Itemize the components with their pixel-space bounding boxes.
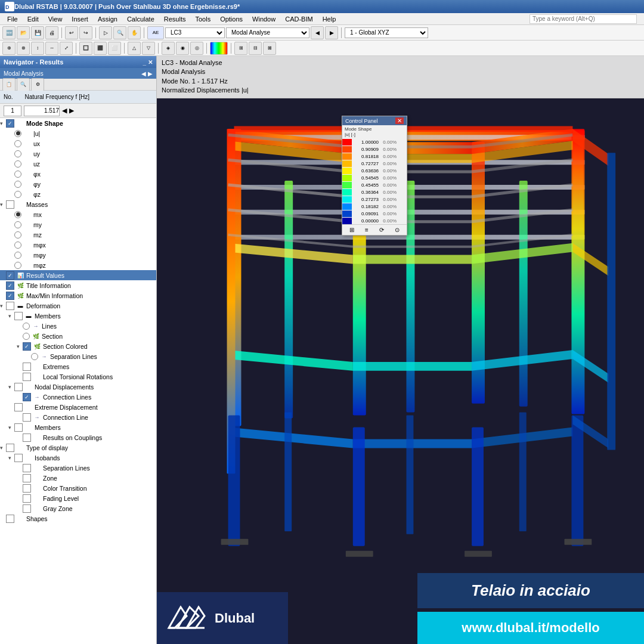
checkbox[interactable]: ✓ [6, 119, 14, 128]
radio-btn[interactable] [14, 140, 21, 147]
checkbox[interactable] [14, 423, 23, 432]
checkbox[interactable] [14, 403, 23, 411]
analysis-select[interactable]: Modal Analyse [226, 27, 309, 38]
checkbox[interactable]: ✓ [6, 292, 14, 300]
checkbox[interactable] [23, 484, 31, 493]
tree-item[interactable]: Zone [0, 473, 156, 483]
cp-btn3[interactable]: ⟳ [379, 227, 384, 233]
tree-item[interactable]: ▾▬Deformation [0, 301, 156, 311]
tree-item[interactable]: ✓📊Result Values [0, 270, 156, 280]
menu-cadbim[interactable]: CAD-BIM [280, 14, 317, 24]
menu-window[interactable]: Window [247, 14, 280, 24]
menu-help[interactable]: Help [318, 14, 341, 24]
expand-icon[interactable]: ▾ [0, 120, 6, 126]
checkbox[interactable]: ✓ [6, 271, 14, 280]
tree-item[interactable]: ux [0, 138, 156, 148]
tree-item[interactable]: uy [0, 148, 156, 159]
freq-val-input[interactable] [24, 106, 60, 116]
tree-item[interactable]: mφx [0, 240, 156, 250]
radio-btn[interactable] [31, 353, 38, 360]
expand-icon[interactable]: ▾ [8, 425, 14, 431]
tree-item[interactable]: mx [0, 209, 156, 219]
checkbox[interactable] [6, 515, 14, 523]
nav-tb-btn2[interactable]: 🔍 [17, 78, 30, 91]
tree-item[interactable]: ▾Nodal Displacements [0, 382, 156, 392]
checkbox[interactable]: ✓ [6, 281, 14, 290]
tree-item[interactable]: →Separation Lines [0, 351, 156, 361]
tree-item[interactable]: uz [0, 159, 156, 169]
t2-btn16[interactable]: ⊠ [263, 42, 276, 55]
t2-btn5[interactable]: ⤢ [60, 42, 73, 55]
menu-view[interactable]: View [44, 14, 67, 24]
tree-item[interactable]: ✓🌿Max/Min Information [0, 290, 156, 301]
t2-btn15[interactable]: ⊟ [249, 42, 262, 55]
t2-btn6[interactable]: 🔲 [79, 42, 92, 55]
tree-item[interactable]: φx [0, 169, 156, 179]
menu-tools[interactable]: Tools [190, 14, 215, 24]
tree-item[interactable]: ▾▬Members [0, 311, 156, 321]
lc-select[interactable]: LC3 [165, 27, 225, 38]
radio-btn[interactable] [14, 242, 21, 249]
freq-no-input[interactable] [4, 106, 21, 116]
next-btn[interactable]: ▶ [325, 26, 338, 39]
radio-btn[interactable] [23, 333, 30, 340]
t2-btn10[interactable]: ▽ [142, 42, 155, 55]
t2-btn1[interactable]: ⊕ [2, 42, 16, 55]
tree-item[interactable]: 🌿Section [0, 331, 156, 341]
expand-icon[interactable]: ▾ [0, 202, 6, 208]
nav-tb-btn3[interactable]: ⚙ [31, 78, 44, 91]
freq-nav-next[interactable]: ▶ [69, 107, 74, 114]
menu-results[interactable]: Results [159, 14, 191, 24]
tree-item[interactable]: ▾Isobands [0, 453, 156, 463]
t2-btn14[interactable]: ⊞ [234, 42, 247, 55]
checkbox[interactable] [6, 302, 14, 310]
tree-item[interactable]: ▾Masses [0, 199, 156, 209]
checkbox[interactable] [23, 504, 31, 513]
checkbox[interactable] [23, 363, 31, 371]
t2-btn3[interactable]: ↕ [31, 42, 44, 55]
tree-item[interactable]: Results on Couplings [0, 432, 156, 442]
tree-item[interactable]: →Lines [0, 321, 156, 331]
t2-btn7[interactable]: ⬛ [94, 42, 107, 55]
t2-btn8[interactable]: ⬜ [108, 42, 121, 55]
freq-nav-prev[interactable]: ◀ [62, 107, 67, 114]
expand-icon[interactable]: ▾ [8, 455, 14, 461]
expand-icon[interactable]: ▾ [8, 384, 14, 390]
checkbox[interactable] [23, 373, 31, 381]
menu-options[interactable]: Options [215, 14, 247, 24]
t2-btn2[interactable]: ⊗ [17, 42, 30, 55]
radio-btn[interactable] [14, 221, 21, 228]
tree-item[interactable]: |u| [0, 128, 156, 138]
checkbox[interactable] [6, 200, 14, 209]
checkbox[interactable]: ✓ [23, 393, 31, 401]
render-btn[interactable]: AE [147, 26, 164, 39]
tree-item[interactable]: φy [0, 179, 156, 189]
new-btn[interactable]: 🆕 [2, 26, 16, 39]
redo-btn[interactable]: ↪ [79, 26, 92, 39]
t2-color1[interactable] [210, 42, 228, 55]
menu-insert[interactable]: Insert [67, 14, 93, 24]
menu-file[interactable]: File [2, 14, 23, 24]
pan-btn[interactable]: ✋ [128, 26, 141, 39]
radio-btn[interactable] [14, 231, 21, 239]
prev-btn[interactable]: ◀ [311, 26, 324, 39]
tree-item[interactable]: Shapes [0, 513, 156, 524]
cp-btn4[interactable]: ⊙ [395, 227, 400, 233]
expand-icon[interactable]: ▾ [8, 313, 14, 319]
checkbox[interactable] [23, 474, 31, 482]
t2-btn11[interactable]: ◈ [162, 42, 175, 55]
cp-btn2[interactable]: ≡ [365, 227, 369, 233]
tree-item[interactable]: my [0, 219, 156, 230]
checkbox[interactable] [14, 383, 23, 391]
cp-btn1[interactable]: ⊞ [349, 227, 354, 233]
radio-btn[interactable] [14, 191, 21, 198]
t2-btn12[interactable]: ◉ [176, 42, 189, 55]
nav-close-btn[interactable]: ✕ [148, 59, 153, 66]
expand-icon[interactable]: ▾ [0, 445, 6, 451]
canvas-area[interactable]: LC3 - Modal Analyse Modal Analysis Mode … [157, 56, 644, 644]
menu-assign[interactable]: Assign [93, 14, 122, 24]
tree-item[interactable]: ▾✓🌿Section Colored [0, 341, 156, 351]
radio-btn[interactable] [14, 211, 21, 218]
tree-item[interactable]: Separation Lines [0, 463, 156, 473]
nav-tb-btn1[interactable]: 📋 [2, 78, 16, 91]
